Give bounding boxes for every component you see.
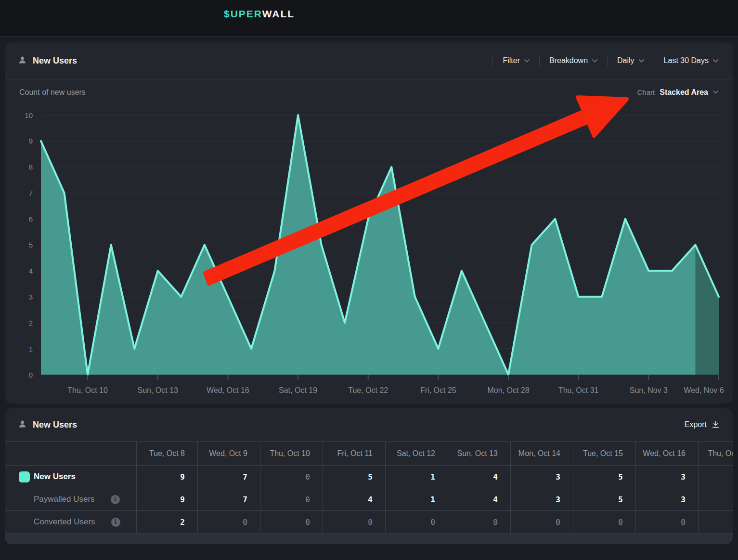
chart-subheader: Count of new users Chart Stacked Area — [5, 79, 733, 105]
value-cell: 3 — [635, 488, 698, 510]
table-body: New Users970514353Paywalled Usersi970414… — [5, 465, 733, 533]
column-header: Mon, Oct 14 — [510, 442, 573, 465]
value-cell: 4 — [448, 466, 510, 488]
info-icon[interactable]: i — [111, 495, 120, 504]
svg-text:Fri, Oct 25: Fri, Oct 25 — [420, 386, 456, 394]
table-row: Paywalled Usersi970414353 — [5, 488, 733, 510]
value-cell — [698, 511, 733, 533]
chart-type-value: Stacked Area — [660, 88, 708, 97]
svg-text:Sun, Nov 3: Sun, Nov 3 — [630, 386, 668, 394]
table-horizontal-scrollbar[interactable] — [5, 533, 733, 544]
value-cell: 5 — [573, 488, 635, 510]
value-cell: 7 — [197, 488, 260, 510]
filter-dropdown[interactable]: Filter — [503, 56, 530, 65]
value-cell: 5 — [323, 466, 385, 488]
chart-region: Thu, Oct 10Sun, Oct 13Wed, Oct 16Sat, Oc… — [5, 105, 733, 404]
value-cell: 3 — [510, 488, 573, 510]
svg-text:5: 5 — [29, 241, 33, 249]
info-icon[interactable]: i — [111, 518, 120, 527]
table-header-row: Tue, Oct 8Wed, Oct 9Thu, Oct 10Fri, Oct … — [5, 441, 733, 465]
chevron-down-icon — [524, 59, 530, 63]
new-users-chart-card: New Users Filter Breakdown Daily Last 30… — [5, 42, 733, 404]
date-range-dropdown[interactable]: Last 30 Days — [664, 56, 718, 65]
divider — [654, 55, 654, 66]
value-cell: 0 — [323, 511, 385, 533]
chart-type-label: Chart — [637, 88, 655, 96]
svg-text:2: 2 — [29, 319, 33, 327]
value-cell: 3 — [510, 466, 573, 488]
table-row: Converted Usersi200000000 — [5, 510, 733, 533]
person-icon — [18, 420, 26, 430]
logo-primary: $UPER — [224, 8, 262, 19]
svg-text:4: 4 — [29, 267, 33, 275]
row-label: New Users — [34, 472, 76, 482]
svg-text:0: 0 — [29, 371, 33, 379]
chevron-down-icon — [713, 91, 718, 94]
svg-text:8: 8 — [29, 163, 33, 171]
chart-card-header: New Users Filter Breakdown Daily Last 30… — [5, 42, 733, 79]
svg-text:Wed, Nov 6: Wed, Nov 6 — [684, 386, 724, 394]
interval-dropdown[interactable]: Daily — [617, 56, 644, 65]
value-cell: 0 — [635, 511, 698, 533]
svg-text:1: 1 — [29, 345, 33, 353]
value-cell: 2 — [136, 511, 197, 533]
column-header: Tue, Oct 15 — [573, 442, 635, 465]
chart-type-dropdown[interactable]: Chart Stacked Area — [637, 88, 718, 97]
column-header: Sat, Oct 12 — [385, 442, 448, 465]
column-header: Tue, Oct 8 — [136, 442, 197, 465]
logo-secondary: WALL — [262, 8, 295, 19]
superwall-logo: $UPERWALL — [224, 8, 295, 20]
row-label-cell: Converted Usersi — [5, 511, 136, 533]
filter-label: Filter — [503, 56, 520, 65]
top-nav-bar: $UPERWALL — [0, 0, 738, 37]
metrics-table: Tue, Oct 8Wed, Oct 9Thu, Oct 10Fri, Oct … — [5, 441, 733, 533]
table-row: New Users970514353 — [5, 465, 733, 488]
value-cell: 9 — [136, 488, 197, 510]
breakdown-label: Breakdown — [549, 56, 588, 65]
value-cell: 1 — [385, 466, 448, 488]
breakdown-dropdown[interactable]: Breakdown — [549, 56, 597, 65]
export-button[interactable]: Export — [685, 420, 719, 429]
svg-text:Tue, Oct 22: Tue, Oct 22 — [348, 386, 388, 394]
new-users-area-chart: Thu, Oct 10Sun, Oct 13Wed, Oct 16Sat, Oc… — [5, 105, 733, 404]
svg-text:Thu, Oct 31: Thu, Oct 31 — [558, 386, 599, 394]
row-label-cell: New Users — [5, 466, 136, 488]
table-card-title: New Users — [33, 420, 77, 430]
divider — [492, 55, 493, 66]
date-range-label: Last 30 Days — [664, 56, 709, 65]
person-icon — [18, 56, 26, 66]
column-header: Fri, Oct 11 — [323, 442, 385, 465]
chevron-down-icon — [713, 59, 718, 63]
interval-label: Daily — [617, 56, 634, 65]
svg-text:10: 10 — [25, 111, 33, 119]
chevron-down-icon — [639, 59, 644, 63]
column-header: Thu, Oct 10 — [260, 442, 323, 465]
chart-card-title: New Users — [33, 56, 77, 66]
column-header: Thu, Oct 17 — [698, 442, 733, 465]
row-label-cell: Paywalled Usersi — [5, 488, 136, 510]
value-cell — [698, 488, 733, 510]
value-cell: 0 — [448, 511, 510, 533]
column-header: Wed, Oct 9 — [197, 442, 260, 465]
value-cell: 4 — [448, 488, 510, 510]
svg-text:Wed, Oct 16: Wed, Oct 16 — [207, 386, 249, 394]
value-cell: 0 — [510, 511, 573, 533]
divider — [607, 55, 608, 66]
series-color-swatch — [19, 471, 30, 482]
table-card-header: New Users Export — [5, 408, 733, 441]
chart-subtitle: Count of new users — [19, 88, 86, 97]
svg-text:9: 9 — [29, 137, 33, 145]
value-cell: 4 — [323, 488, 385, 510]
value-cell: 0 — [573, 511, 635, 533]
svg-text:Mon, Oct 28: Mon, Oct 28 — [487, 386, 529, 394]
svg-text:Thu, Oct 10: Thu, Oct 10 — [67, 386, 108, 394]
download-icon — [712, 421, 719, 429]
value-cell: 0 — [197, 511, 260, 533]
column-header — [5, 442, 136, 465]
export-label: Export — [685, 420, 707, 429]
svg-text:6: 6 — [29, 215, 33, 223]
value-cell: 9 — [136, 466, 197, 488]
value-cell: 0 — [385, 511, 448, 533]
value-cell: 5 — [573, 466, 635, 488]
value-cell — [698, 466, 733, 488]
